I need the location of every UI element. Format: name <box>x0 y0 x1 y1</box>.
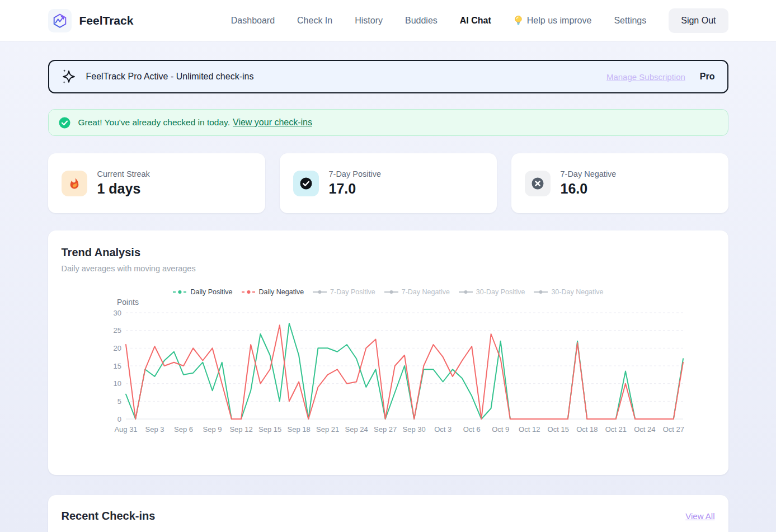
svg-text:Oct 24: Oct 24 <box>634 425 655 434</box>
success-banner: Great! You've already checked in today. … <box>48 109 728 136</box>
nav-item-settings[interactable]: Settings <box>614 16 646 26</box>
view-all-link[interactable]: View All <box>685 511 714 521</box>
sign-out-button[interactable]: Sign Out <box>669 8 728 33</box>
svg-text:Sep 15: Sep 15 <box>258 425 281 434</box>
legend-item[interactable]: 7-Day Negative <box>384 288 450 296</box>
trend-title: Trend Analysis <box>62 246 715 259</box>
stat-value: 1 days <box>97 181 150 197</box>
svg-text:Oct 6: Oct 6 <box>463 425 480 434</box>
legend-item[interactable]: 30-Day Positive <box>458 288 525 296</box>
nav-item-checkin[interactable]: Check In <box>297 16 332 26</box>
nav-links: Dashboard Check In History Buddies AI Ch… <box>231 8 728 33</box>
nav-item-buddies[interactable]: Buddies <box>405 16 438 26</box>
pro-banner: FeelTrack Pro Active - Unlimited check-i… <box>48 60 728 93</box>
success-message: Great! You've already checked in today. <box>78 117 231 128</box>
lightbulb-icon <box>514 15 523 26</box>
help-label: Help us improve <box>527 16 592 26</box>
trend-analysis-card: Trend Analysis Daily averages with movin… <box>48 230 728 475</box>
chart-legend: Daily PositiveDaily Negative7-Day Positi… <box>62 288 715 296</box>
svg-text:5: 5 <box>117 397 121 406</box>
svg-text:Sep 21: Sep 21 <box>316 425 339 434</box>
stat-card-7day-positive: 7-Day Positive 17.0 <box>280 153 497 213</box>
svg-text:Oct 21: Oct 21 <box>605 425 626 434</box>
svg-text:Points: Points <box>117 298 139 307</box>
stat-label: 7-Day Positive <box>329 170 381 178</box>
svg-text:10: 10 <box>113 379 121 388</box>
check-badge-icon <box>293 171 319 196</box>
navbar: FeelTrack Dashboard Check In History Bud… <box>0 0 776 41</box>
svg-text:15: 15 <box>113 362 121 370</box>
svg-text:30: 30 <box>113 309 121 317</box>
brand-title: FeelTrack <box>79 14 134 27</box>
legend-item[interactable]: Daily Positive <box>172 288 232 296</box>
trend-subtitle: Daily averages with moving averages <box>62 264 715 273</box>
svg-text:20: 20 <box>113 344 121 352</box>
stat-label: 7-Day Negative <box>561 170 617 178</box>
trend-chart-svg: 051015202530PointsAug 31Sep 3Sep 6Sep 9S… <box>62 297 699 438</box>
nav-item-dashboard[interactable]: Dashboard <box>231 16 275 26</box>
svg-text:0: 0 <box>117 415 121 423</box>
flame-icon <box>62 171 87 196</box>
manage-subscription-link[interactable]: Manage Subscription <box>606 72 685 82</box>
pro-banner-text: FeelTrack Pro Active - Unlimited check-i… <box>86 72 254 82</box>
svg-text:Sep 6: Sep 6 <box>174 425 193 434</box>
legend-item[interactable]: 7-Day Positive <box>312 288 375 296</box>
svg-text:Oct 3: Oct 3 <box>434 425 452 434</box>
svg-text:Aug 31: Aug 31 <box>114 425 137 434</box>
legend-item[interactable]: 30-Day Negative <box>533 288 603 296</box>
svg-text:25: 25 <box>113 326 121 335</box>
svg-text:Sep 24: Sep 24 <box>345 425 368 434</box>
sparkles-icon <box>62 68 76 85</box>
stat-value: 16.0 <box>561 181 617 197</box>
stat-card-7day-negative: 7-Day Negative 16.0 <box>511 153 728 213</box>
svg-text:Oct 18: Oct 18 <box>576 425 598 434</box>
svg-text:Sep 12: Sep 12 <box>229 425 252 434</box>
stats-row: Current Streak 1 days 7-Day Positive 17.… <box>48 153 728 213</box>
svg-text:Sep 18: Sep 18 <box>287 425 310 434</box>
stat-value: 17.0 <box>329 181 381 197</box>
view-checkins-link[interactable]: View your check-ins <box>233 117 312 128</box>
svg-text:Sep 27: Sep 27 <box>374 425 397 434</box>
legend-item[interactable]: Daily Negative <box>241 288 304 296</box>
recent-checkins-card: Recent Check-ins View All <box>48 495 728 532</box>
svg-text:Oct 9: Oct 9 <box>492 425 509 434</box>
svg-text:Sep 30: Sep 30 <box>402 425 425 434</box>
svg-text:Oct 15: Oct 15 <box>547 425 568 434</box>
nav-item-history[interactable]: History <box>355 16 383 26</box>
brand: FeelTrack <box>48 9 134 32</box>
svg-text:Sep 3: Sep 3 <box>145 425 164 434</box>
pro-badge: Pro <box>700 72 715 82</box>
x-badge-icon <box>525 171 551 196</box>
nav-item-ai-chat[interactable]: AI Chat <box>460 16 491 26</box>
nav-item-help-us-improve[interactable]: Help us improve <box>514 15 592 26</box>
stat-label: Current Streak <box>97 170 150 178</box>
stat-card-current-streak: Current Streak 1 days <box>48 153 265 213</box>
svg-text:Sep 9: Sep 9 <box>203 425 222 434</box>
logo-icon <box>48 9 72 32</box>
svg-text:Oct 27: Oct 27 <box>662 425 684 434</box>
svg-text:Oct 12: Oct 12 <box>519 425 540 434</box>
check-circle-icon <box>59 117 70 129</box>
recent-title: Recent Check-ins <box>62 510 156 522</box>
